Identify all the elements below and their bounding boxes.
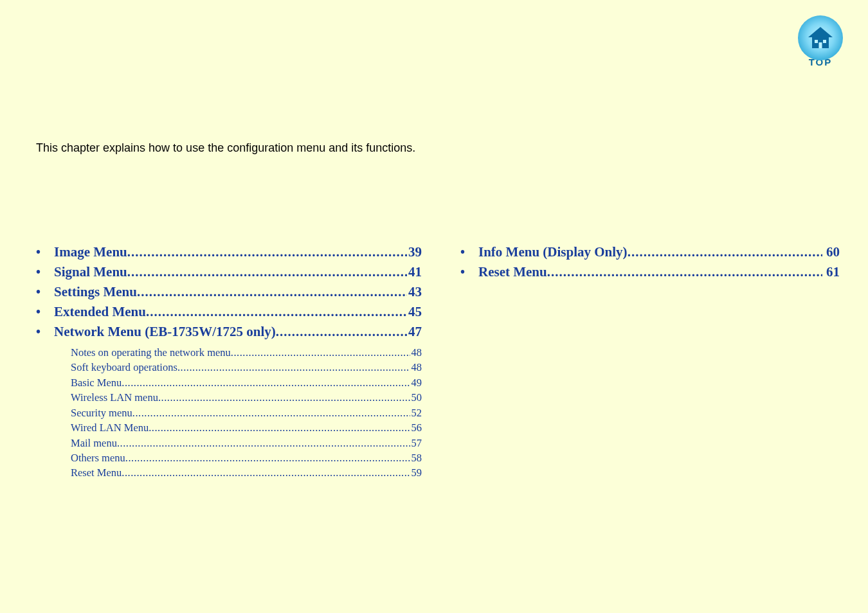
toc-subentry-title: Mail menu <box>71 436 117 450</box>
toc-entry-title: Extended Menu <box>54 304 146 320</box>
toc-leader-dots <box>149 420 410 435</box>
bullet-icon: • <box>460 265 478 280</box>
toc-subentry-page: 56 <box>410 420 422 435</box>
toc-subentry-title: Security menu <box>71 405 132 420</box>
toc-leader-dots <box>276 324 407 340</box>
bullet-icon: • <box>460 245 478 260</box>
svg-rect-3 <box>819 42 822 48</box>
toc-entry-page: 39 <box>407 244 422 260</box>
svg-rect-1 <box>815 40 818 43</box>
toc-subentry-page: 50 <box>410 390 422 405</box>
bullet-icon: • <box>36 245 54 260</box>
home-icon-bg <box>798 15 843 60</box>
toc-subentry-title: Others menu <box>71 450 125 465</box>
toc-entry-title: Info Menu (Display Only) <box>478 244 628 260</box>
toc-subentry-page: 49 <box>410 375 422 390</box>
toc-leader-dots <box>547 264 822 280</box>
bullet-icon: • <box>36 265 54 280</box>
toc-leader-dots <box>132 405 410 420</box>
toc-subentry-title: Basic Menu <box>71 375 122 390</box>
toc-columns: •Image Menu39•Signal Menu41•Settings Men… <box>36 244 832 481</box>
toc-entry-page: 43 <box>407 284 422 300</box>
toc-subentry-page: 48 <box>410 345 422 360</box>
toc-entry[interactable]: •Image Menu39 <box>36 244 422 260</box>
toc-leader-dots <box>231 345 410 360</box>
bullet-icon: • <box>36 285 54 299</box>
svg-rect-2 <box>823 40 826 43</box>
toc-subentry[interactable]: Wireless LAN menu50 <box>71 390 422 405</box>
toc-subentry-page: 52 <box>410 405 422 420</box>
toc-leader-dots <box>177 360 410 375</box>
toc-subentry-title: Wireless LAN menu <box>71 390 158 405</box>
toc-entry-page: 61 <box>822 264 840 280</box>
toc-leader-dots <box>127 264 407 280</box>
toc-leader-dots <box>628 244 822 260</box>
toc-entry-title: Network Menu (EB-1735W/1725 only) <box>54 324 276 340</box>
toc-entry-page: 47 <box>407 324 422 340</box>
toc-subentry[interactable]: Reset Menu59 <box>71 465 422 480</box>
toc-subentry[interactable]: Basic Menu49 <box>71 375 422 390</box>
toc-subentry[interactable]: Soft keyboard operations48 <box>71 360 422 375</box>
toc-entry[interactable]: •Extended Menu45 <box>36 304 422 320</box>
toc-subentry[interactable]: Notes on operating the network menu48 <box>71 345 422 360</box>
toc-subentry-title: Soft keyboard operations <box>71 360 177 375</box>
toc-entry-title: Signal Menu <box>54 264 127 280</box>
toc-subentry-title: Notes on operating the network menu <box>71 345 231 360</box>
toc-leader-dots <box>146 304 407 320</box>
home-icon <box>798 15 843 60</box>
toc-subentry-title: Reset Menu <box>71 465 122 480</box>
toc-subentry-title: Wired LAN Menu <box>71 420 149 435</box>
toc-entry-title: Settings Menu <box>54 284 137 300</box>
toc-entry-page: 45 <box>407 304 422 320</box>
toc-subentry[interactable]: Wired LAN Menu56 <box>71 420 422 435</box>
toc-leader-dots <box>122 375 410 390</box>
toc-leader-dots <box>158 390 410 405</box>
toc-leader-dots <box>127 244 407 260</box>
toc-entry[interactable]: •Network Menu (EB-1735W/1725 only)47 <box>36 324 422 340</box>
toc-entry[interactable]: •Signal Menu41 <box>36 264 422 280</box>
toc-subentry[interactable]: Others menu58 <box>71 450 422 465</box>
toc-leader-dots <box>125 450 410 465</box>
bullet-icon: • <box>36 305 54 319</box>
toc-entry[interactable]: •Info Menu (Display Only) 60 <box>460 244 840 260</box>
toc-subentry[interactable]: Mail menu57 <box>71 436 422 450</box>
toc-subentry-page: 57 <box>410 436 422 450</box>
toc-leader-dots <box>137 284 407 300</box>
toc-subentry-page: 58 <box>410 450 422 465</box>
toc-entry[interactable]: •Settings Menu43 <box>36 284 422 300</box>
toc-leader-dots <box>122 465 410 480</box>
toc-subentry-page: 48 <box>410 360 422 375</box>
top-home-button[interactable]: TOP <box>796 15 845 67</box>
toc-entry-title: Image Menu <box>54 244 127 260</box>
toc-entry-page: 60 <box>822 244 840 260</box>
toc-entry-page: 41 <box>407 264 422 280</box>
toc-subentry-page: 59 <box>410 465 422 480</box>
toc-leader-dots <box>117 436 410 450</box>
chapter-intro-text: This chapter explains how to use the con… <box>36 141 415 155</box>
toc-entry-title: Reset Menu <box>478 264 547 280</box>
toc-left-column: •Image Menu39•Signal Menu41•Settings Men… <box>36 244 422 481</box>
bullet-icon: • <box>36 324 54 339</box>
toc-right-column: •Info Menu (Display Only) 60•Reset Menu … <box>460 244 840 481</box>
toc-entry[interactable]: •Reset Menu 61 <box>460 264 840 280</box>
toc-subentry[interactable]: Security menu52 <box>71 405 422 420</box>
